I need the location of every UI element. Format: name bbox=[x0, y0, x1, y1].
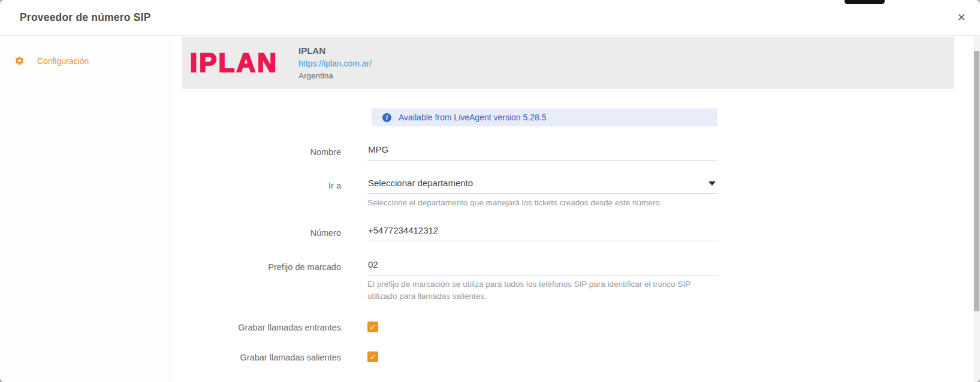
checkmark-icon: ✓ bbox=[370, 323, 376, 332]
dialog-title: Proveedor de número SIP bbox=[20, 11, 151, 24]
field-helper-text: Seleccione el departamento que manejará … bbox=[367, 197, 717, 209]
form-row-numero: Número bbox=[170, 225, 980, 249]
field-helper-text: El prefijo de marcación se utiliza para … bbox=[367, 278, 701, 302]
field-label: Número bbox=[170, 228, 341, 238]
field-label: Grabar llamadas entrantes bbox=[170, 323, 341, 332]
gear-icon bbox=[14, 56, 25, 66]
prefijo-input[interactable] bbox=[367, 259, 717, 275]
provider-country: Argentina bbox=[298, 72, 372, 80]
sidebar: Configuración bbox=[0, 36, 170, 382]
form-row-grabar-salientes: Grabar llamadas salientes ✓ bbox=[170, 351, 980, 363]
scrollbar-thumb[interactable] bbox=[974, 51, 979, 311]
dialog-body: Configuración IPLAN IPLAN https://iplan.… bbox=[0, 36, 980, 382]
provider-name: IPLAN bbox=[298, 46, 372, 55]
sidebar-item-label: Configuración bbox=[37, 56, 89, 66]
checkmark-icon: ✓ bbox=[370, 353, 376, 362]
field-label: Prefijo de marcado bbox=[170, 262, 341, 272]
provider-url-link[interactable]: https://iplan.com.ar/ bbox=[298, 59, 372, 68]
sip-provider-dialog: Proveedor de número SIP ✕ Configuración … bbox=[0, 0, 980, 382]
provider-banner: IPLAN IPLAN https://iplan.com.ar/ Argent… bbox=[182, 37, 954, 89]
sidebar-item-configuracion[interactable]: Configuración bbox=[0, 56, 170, 66]
field-label: Nombre bbox=[170, 147, 341, 157]
field-label: Ir a bbox=[170, 181, 341, 190]
form-row-nombre: Nombre bbox=[170, 144, 980, 168]
provider-info: IPLAN https://iplan.com.ar/ Argentina bbox=[298, 46, 372, 80]
version-alert: i Available from LiveAgent version 5.28.… bbox=[372, 108, 717, 126]
numero-input[interactable] bbox=[367, 225, 717, 241]
dialog-header: Proveedor de número SIP ✕ bbox=[0, 0, 980, 36]
form-row-ir-a: Ir a Seleccionar departamento Seleccione… bbox=[170, 178, 980, 214]
nombre-input[interactable] bbox=[367, 144, 717, 160]
chevron-down-icon bbox=[708, 181, 716, 186]
form-row-prefijo: Prefijo de marcado El prefijo de marcaci… bbox=[170, 259, 980, 307]
iplan-logo: IPLAN bbox=[190, 50, 278, 76]
departamento-select[interactable]: Seleccionar departamento bbox=[367, 178, 717, 194]
field-label: Grabar llamadas salientes bbox=[170, 353, 341, 362]
form-row-grabar-entrantes: Grabar llamadas entrantes ✓ bbox=[170, 322, 980, 334]
grabar-entrantes-checkbox[interactable]: ✓ bbox=[367, 322, 378, 332]
vertical-scrollbar[interactable] bbox=[973, 37, 980, 382]
grabar-salientes-checkbox[interactable]: ✓ bbox=[367, 351, 378, 362]
browser-notch bbox=[845, 0, 885, 4]
departamento-select-value: Seleccionar departamento bbox=[368, 178, 473, 188]
version-alert-text: Available from LiveAgent version 5.28.5 bbox=[399, 113, 546, 122]
close-icon[interactable]: ✕ bbox=[952, 9, 970, 27]
info-icon: i bbox=[382, 113, 391, 122]
content-pane: IPLAN IPLAN https://iplan.com.ar/ Argent… bbox=[170, 36, 980, 382]
